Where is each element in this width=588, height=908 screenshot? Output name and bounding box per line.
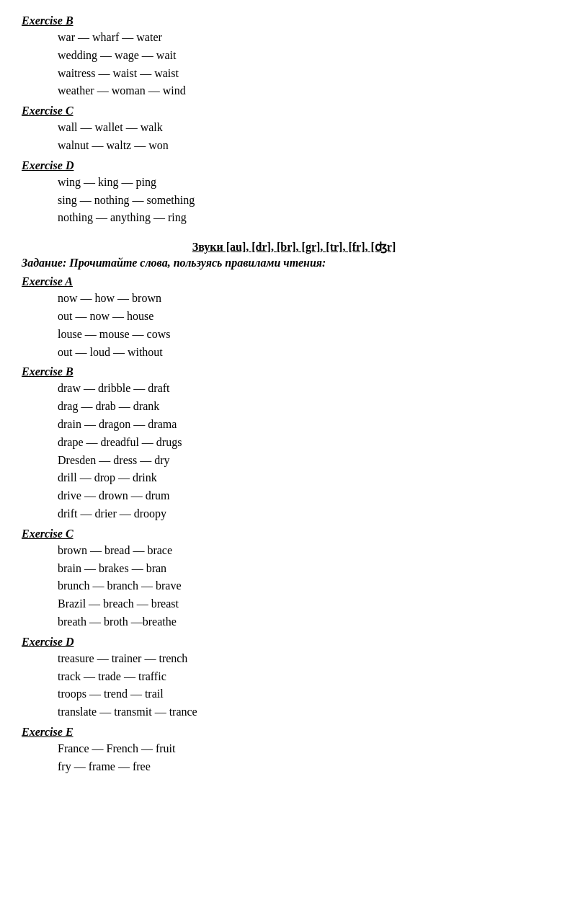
line-item: drive — drown — drum xyxy=(58,487,566,505)
exercise-c-mid: Exercise C brown — bread — brace brain —… xyxy=(22,528,566,631)
line-item: drill — drop — drink xyxy=(58,469,566,487)
line-item: translate — transmit — trance xyxy=(58,703,566,721)
line-item: fry — frame — free xyxy=(58,758,566,776)
line-item: wedding — wage — wait xyxy=(58,47,566,65)
exercise-b-top: Exercise B war — wharf — water wedding —… xyxy=(22,14,566,100)
line-item: draw — dribble — draft xyxy=(58,380,566,398)
line-item: war — wharf — water xyxy=(58,29,566,47)
exercise-d-top: Exercise D wing — king — ping sing — not… xyxy=(22,159,566,227)
line-item: drape — dreadful — drugs xyxy=(58,434,566,452)
line-item: drag — drab — drank xyxy=(58,398,566,416)
line-item: troops — trend — trail xyxy=(58,685,566,703)
exercise-a-mid-lines: now — how — brown out — now — house lous… xyxy=(22,290,566,361)
line-item: wing — king — ping xyxy=(58,174,566,192)
exercise-c-mid-label: Exercise C xyxy=(22,528,566,540)
line-item: out — loud — without xyxy=(58,344,566,362)
exercise-e-mid-lines: France — French — fruit fry — frame — fr… xyxy=(22,740,566,776)
line-item: wall — wallet — walk xyxy=(58,119,566,137)
exercise-b-mid-label: Exercise B xyxy=(22,365,566,378)
exercise-d-mid-label: Exercise D xyxy=(22,636,566,649)
section2-task: Задание: Прочитайте слова, пользуясь пра… xyxy=(22,257,566,270)
line-item: brain — brakes — bran xyxy=(58,560,566,578)
line-item: drift — drier — droopy xyxy=(58,505,566,523)
exercise-d-mid: Exercise D treasure — trainer — trench t… xyxy=(22,636,566,721)
line-item: out — now — house xyxy=(58,308,566,326)
line-item: Dresden — dress — dry xyxy=(58,452,566,470)
exercise-c-top: Exercise C wall — wallet — walk walnut —… xyxy=(22,104,566,155)
line-item: breath — broth —breathe xyxy=(58,613,566,631)
exercise-d-top-lines: wing — king — ping sing — nothing — some… xyxy=(22,174,566,227)
line-item: weather — woman — wind xyxy=(58,82,566,100)
exercise-c-top-label: Exercise C xyxy=(22,104,566,117)
exercise-b-top-label: Exercise B xyxy=(22,14,566,27)
exercise-a-mid-label: Exercise A xyxy=(22,275,566,288)
line-item: treasure — trainer — trench xyxy=(58,650,566,668)
line-item: waitress — waist — waist xyxy=(58,65,566,83)
exercise-e-mid: Exercise E France — French — fruit fry —… xyxy=(22,726,566,776)
exercise-b-mid: Exercise B draw — dribble — draft drag —… xyxy=(22,365,566,522)
exercise-a-mid: Exercise A now — how — brown out — now —… xyxy=(22,275,566,361)
line-item: brunch — branch — brave xyxy=(58,577,566,595)
exercise-e-mid-label: Exercise E xyxy=(22,726,566,739)
exercise-c-mid-lines: brown — bread — brace brain — brakes — b… xyxy=(22,542,566,631)
line-item: drain — dragon — drama xyxy=(58,416,566,434)
line-item: walnut — waltz — won xyxy=(58,137,566,155)
line-item: nothing — anything — ring xyxy=(58,209,566,227)
exercise-c-top-lines: wall — wallet — walk walnut — waltz — wo… xyxy=(22,119,566,155)
line-item: brown — bread — brace xyxy=(58,542,566,560)
line-item: France — French — fruit xyxy=(58,740,566,758)
line-item: sing — nothing — something xyxy=(58,192,566,210)
exercise-d-top-label: Exercise D xyxy=(22,159,566,172)
exercise-b-mid-lines: draw — dribble — draft drag — drab — dra… xyxy=(22,380,566,522)
line-item: louse — mouse — cows xyxy=(58,326,566,344)
line-item: Brazil — breach — breast xyxy=(58,595,566,613)
exercise-b-top-lines: war — wharf — water wedding — wage — wai… xyxy=(22,29,566,100)
line-item: track — trade — traffic xyxy=(58,668,566,686)
exercise-d-mid-lines: treasure — trainer — trench track — trad… xyxy=(22,650,566,721)
section2-title: Звуки [au], [dr], [br], [gr], [tr], [fr]… xyxy=(22,240,566,254)
line-item: now — how — brown xyxy=(58,290,566,308)
section2-block: Звуки [au], [dr], [br], [gr], [tr], [fr]… xyxy=(22,240,566,270)
